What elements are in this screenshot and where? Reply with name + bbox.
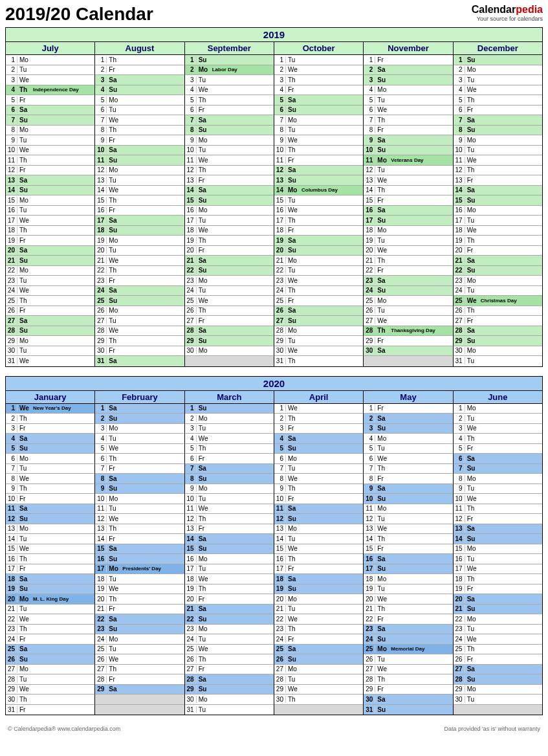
day-dow: Su xyxy=(286,515,300,522)
day-row: 11MoVeterans Day xyxy=(364,155,452,166)
month-head: December xyxy=(454,41,542,55)
day-row: 13Th xyxy=(95,524,184,535)
day-row: 23Mo xyxy=(185,625,274,635)
day-row: 21Su xyxy=(454,605,542,615)
day-dow: Su xyxy=(197,545,211,552)
day-num: 12 xyxy=(274,515,286,522)
day-row: 9We xyxy=(274,135,363,146)
day-num: 11 xyxy=(364,505,375,512)
day-holiday: Columbus Day xyxy=(300,187,363,193)
year-head: 2019 xyxy=(6,28,542,41)
day-row: 24Fr xyxy=(274,634,363,645)
day-dow: We xyxy=(286,475,300,482)
day-row: 26Th xyxy=(185,654,274,665)
day-dow: Th xyxy=(17,86,32,93)
day-row: 18Th xyxy=(6,226,94,236)
day-row: 4Tu xyxy=(95,434,184,444)
day-row: 2Th xyxy=(6,414,94,424)
day-num: 6 xyxy=(6,106,17,113)
day-row: 3Tu xyxy=(185,75,274,85)
day-num: 19 xyxy=(274,237,286,244)
day-row: 31Tu xyxy=(185,705,274,715)
day-row: 28Th xyxy=(364,674,452,685)
day-dow: Th xyxy=(107,525,121,532)
day-row: 1Su xyxy=(185,404,274,414)
day-row: 20We xyxy=(364,246,452,256)
day-dow: Fr xyxy=(197,177,211,184)
day-num: 4 xyxy=(95,435,107,442)
day-row: 16Th xyxy=(6,554,94,564)
day-dow: Mo xyxy=(465,277,479,284)
day-row: 24Th xyxy=(274,286,363,296)
day-num: 19 xyxy=(454,585,465,592)
day-row: 2Mo xyxy=(185,414,274,424)
day-dow: We xyxy=(107,515,121,522)
day-num: 9 xyxy=(95,485,107,492)
day-dow: Fr xyxy=(107,347,121,354)
day-row: 17Fr xyxy=(6,564,94,575)
month-head: August xyxy=(95,41,184,55)
day-dow: Tu xyxy=(17,66,32,73)
month-col: May1Fr2Sa3Su4Mo5Tu6We7Th8Fr9Sa10Su11Mo12… xyxy=(363,390,452,715)
footer: © Calendarpedia® www.calendarpedia.com D… xyxy=(5,724,543,733)
day-num: 14 xyxy=(95,535,107,542)
day-row: 3Th xyxy=(274,75,363,85)
day-num: 13 xyxy=(6,177,17,184)
day-dow: We xyxy=(197,575,211,583)
day-num: 23 xyxy=(364,277,375,284)
day-dow: Fr xyxy=(197,106,211,113)
day-row: 12Tu xyxy=(364,166,452,176)
day-num: 15 xyxy=(274,197,286,204)
day-row: 26Fr xyxy=(454,654,542,665)
day-dow: Mo xyxy=(375,227,389,234)
day-num: 27 xyxy=(95,317,107,324)
day-dow: Sa xyxy=(197,327,211,334)
day-num: 7 xyxy=(364,117,375,124)
day-dow: We xyxy=(465,297,479,304)
day-num: 24 xyxy=(454,287,465,294)
day-num: 13 xyxy=(95,177,107,184)
month-row: July1Mo2Tu3We4ThIndependence Day5Fr6Sa7S… xyxy=(6,41,542,366)
day-row: 3Fr xyxy=(6,424,94,434)
day-dow: We xyxy=(375,665,389,673)
day-num: 11 xyxy=(95,505,107,512)
day-row: 3We xyxy=(6,75,94,85)
day-dow: Sa xyxy=(375,485,389,492)
day-num: 25 xyxy=(185,297,197,304)
day-num: 18 xyxy=(95,227,107,234)
day-row: 9Tu xyxy=(454,484,542,495)
day-num: 18 xyxy=(274,227,286,234)
day-num: 26 xyxy=(274,307,286,314)
day-num: 14 xyxy=(454,186,465,194)
day-row: 6Mo xyxy=(274,454,363,464)
day-dow: Fr xyxy=(107,535,121,542)
day-row: 28Mo xyxy=(274,326,363,337)
day-dow: Th xyxy=(197,656,211,663)
day-dow: Tu xyxy=(197,706,211,713)
day-dow: Sa xyxy=(197,605,211,612)
day-dow: We xyxy=(286,545,300,552)
day-dow: Su xyxy=(465,535,479,542)
day-num: 26 xyxy=(95,656,107,663)
day-dow: We xyxy=(375,106,389,113)
day-row: 17We xyxy=(454,564,542,575)
day-num: 26 xyxy=(364,656,375,663)
day-num: 13 xyxy=(95,525,107,532)
day-dow: Th xyxy=(286,287,300,294)
day-dow: Mo xyxy=(375,435,389,442)
day-dow: Th xyxy=(286,555,300,562)
day-row: 21Fr xyxy=(95,605,184,615)
day-row: 25Tu xyxy=(95,645,184,655)
day-row: 21We xyxy=(95,256,184,266)
day-row xyxy=(95,695,184,705)
day-dow: Mo xyxy=(286,665,300,673)
day-row: 24Sa xyxy=(95,286,184,296)
day-num: 8 xyxy=(185,475,197,482)
day-dow: Fr xyxy=(286,86,300,93)
day-dow: Tu xyxy=(375,585,389,592)
day-row: 26Tu xyxy=(364,654,452,665)
day-dow: Mo xyxy=(107,425,121,432)
day-num: 7 xyxy=(454,117,465,124)
month-col: July1Mo2Tu3We4ThIndependence Day5Fr6Sa7S… xyxy=(6,41,94,366)
day-row: 20Su xyxy=(274,246,363,256)
